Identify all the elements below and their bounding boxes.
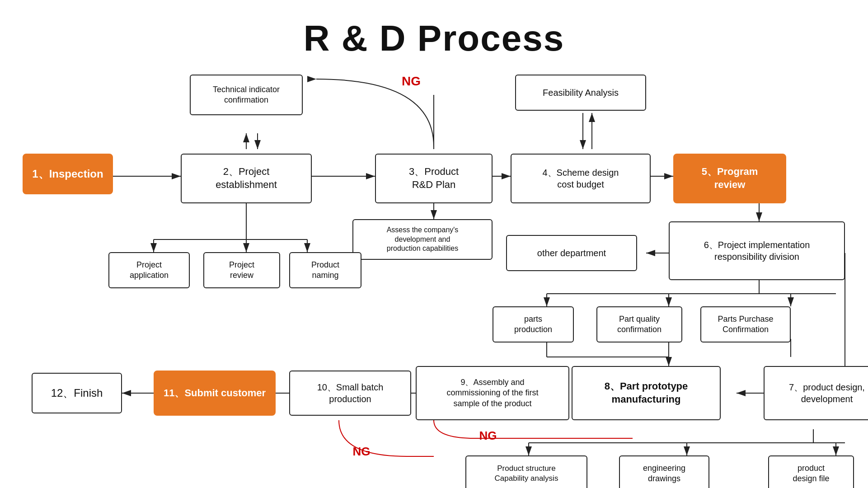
node-other-dept: other department (506, 235, 637, 271)
node-5-program-review: 5、Program review (673, 154, 786, 203)
node-proj-review: Project review (203, 252, 280, 288)
node-3-rd-plan: 3、Product R&D Plan (375, 154, 493, 203)
node-prod-design-file: product design file (768, 455, 854, 488)
node-8-part-prototype: 8、Part prototype manufacturing (572, 366, 721, 420)
node-6-proj-impl: 6、Project implementation responsibility … (669, 221, 845, 280)
node-ng3: NG (343, 443, 380, 461)
node-feasibility: Feasibility Analysis (515, 75, 646, 111)
node-7-product-design: 7、product design, development (764, 366, 868, 420)
node-tech-indicator: Technical indicator confirmation (190, 75, 303, 115)
node-proj-application: Project application (108, 252, 190, 288)
node-11-submit-customer: 11、Submit customer (154, 371, 276, 416)
node-parts-production: parts production (493, 306, 574, 343)
node-part-quality: Part quality confirmation (596, 306, 682, 343)
node-eng-drawings: engineering drawings (619, 455, 709, 488)
node-9-assembly: 9、Assembly and commissioning of the firs… (416, 366, 569, 420)
node-prod-struct: Product structure Capability analysis (465, 455, 587, 488)
node-10-small-batch: 10、Small batch production (289, 371, 411, 416)
diagram-container: R & D Process (0, 0, 868, 488)
page-title: R & D Process (0, 5, 868, 59)
node-1-inspection: 1、Inspection (23, 154, 113, 194)
node-parts-purchase: Parts Purchase Confirmation (700, 306, 791, 343)
node-12-finish: 12、Finish (32, 373, 122, 413)
node-prod-naming: Product naming (289, 252, 361, 288)
node-2-project-establishment: 2、Project establishment (181, 154, 312, 203)
node-4-scheme-design: 4、Scheme design cost budget (511, 154, 651, 203)
node-assess: Assess the company's development and pro… (352, 219, 493, 260)
node-ng1: NG (393, 70, 429, 93)
node-ng2: NG (470, 427, 506, 445)
